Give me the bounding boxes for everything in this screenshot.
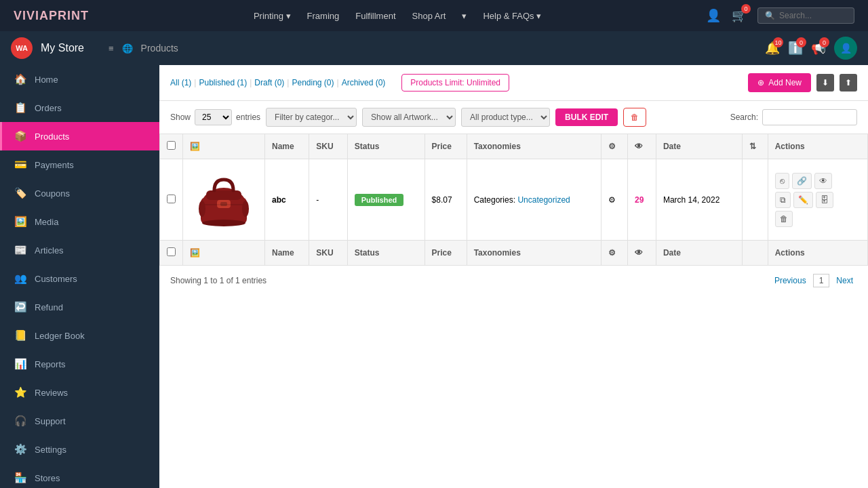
nav-fulfillment[interactable]: Fulfillment [355, 11, 395, 21]
filter-all[interactable]: All (1) [170, 78, 191, 87]
select-all-checkbox[interactable] [167, 141, 176, 150]
bulk-edit-button[interactable]: BULK EDIT [555, 108, 618, 126]
sidebar-label-settings: Settings [35, 445, 66, 455]
pagination-current-page[interactable]: 1 [813, 274, 830, 287]
notifications-bell[interactable]: 🔔 10 [765, 41, 780, 56]
announcement-button[interactable]: 📢 0 [811, 41, 826, 56]
row-views: 29 [628, 159, 656, 241]
reports-icon: 📊 [14, 358, 26, 370]
sidebar-item-media[interactable]: 🖼️ Media [0, 207, 159, 236]
sidebar-item-reviews[interactable]: ⭐ Reviews [0, 378, 159, 407]
top-nav-search: 🔍 [757, 7, 854, 24]
products-limit-button[interactable]: Products Limit: Unlimited [401, 74, 509, 92]
add-new-button[interactable]: ⊕ Add New [748, 73, 811, 92]
row-actions: ⎋ 🔗 👁 ⧉ ✏️ 🗄 🗑 [775, 173, 843, 227]
pagination: Previous 1 Next [770, 274, 857, 287]
pagination-next[interactable]: Next [832, 274, 857, 287]
entries-select[interactable]: 25 50 100 [195, 109, 232, 125]
filter-pending[interactable]: Pending (0) [292, 78, 334, 87]
sidebar-item-stores[interactable]: 🏪 Stores [0, 464, 159, 488]
announcement-badge: 0 [819, 37, 829, 47]
footer-taxonomies: Taxonomies [467, 241, 601, 266]
nav-help-faqs[interactable]: Help & FAQs ▾ [483, 11, 541, 21]
sidebar-item-orders[interactable]: 📋 Orders [0, 94, 159, 122]
cart-icon[interactable]: 🛒 0 [732, 8, 747, 23]
nav-printing[interactable]: Printing ▾ [254, 11, 291, 21]
filter-tabs-left: All (1) | Published (1) | Draft (0) | Pe… [170, 74, 509, 92]
category-link[interactable]: Uncategorized [517, 195, 570, 205]
show-label: Show [170, 113, 191, 122]
row-action-edit[interactable]: ✏️ [793, 192, 813, 208]
row-sku: - [309, 159, 347, 241]
row-col7: ⚙ [601, 159, 628, 241]
sidebar-item-coupons[interactable]: 🏷️ Coupons [0, 179, 159, 207]
sidebar-item-home[interactable]: 🏠 Home [0, 65, 159, 94]
header-taxonomies: Taxonomies [467, 134, 601, 159]
top-nav-menu: Printing ▾ Framing Fulfillment Shop Art … [254, 11, 541, 21]
row-checkbox[interactable] [167, 195, 176, 203]
hamburger-icon[interactable]: ≡ [108, 43, 114, 54]
sidebar-item-settings[interactable]: ⚙️ Settings [0, 435, 159, 464]
svg-rect-5 [203, 204, 244, 205]
table-header-row: 🖼️ Name SKU Status Price Taxonomies ⚙ 👁 … [160, 134, 868, 159]
store-bar-left: WA My Store ≡ 🌐 Products [11, 37, 178, 59]
row-action-share[interactable]: ⎋ [775, 173, 789, 189]
table-search-input[interactable] [762, 109, 857, 125]
row-action-copy[interactable]: ⧉ [775, 192, 791, 208]
header-name: Name [265, 134, 309, 159]
sidebar-item-customers[interactable]: 👥 Customers [0, 264, 159, 293]
footer-select-all-checkbox[interactable] [167, 247, 176, 256]
header-image-cell: 🖼️ [183, 134, 265, 159]
filter-product-type-select[interactable]: All product type... [461, 108, 550, 127]
media-icon: 🖼️ [14, 216, 26, 228]
user-profile-icon[interactable]: 👤 [706, 8, 721, 23]
notifications-badge: 10 [773, 37, 783, 47]
products-table: 🖼️ Name SKU Status Price Taxonomies ⚙ 👁 … [159, 134, 868, 266]
download-icon-button[interactable]: ⬇ [816, 74, 834, 92]
header-sort: ⇅ [742, 134, 768, 159]
row-action-delete[interactable]: 🗑 [775, 211, 793, 227]
footer-image-icon: 🖼️ [190, 248, 200, 258]
globe-icon: 🌐 [122, 43, 133, 54]
search-icon: 🔍 [765, 11, 775, 20]
info-button[interactable]: ℹ️ 0 [788, 41, 803, 56]
row-action-link[interactable]: 🔗 [792, 173, 812, 189]
sidebar-item-reports[interactable]: 📊 Reports [0, 350, 159, 378]
user-avatar[interactable]: 👤 [834, 37, 857, 60]
sidebar-label-reports: Reports [35, 359, 66, 369]
sidebar-label-articles: Articles [35, 245, 64, 256]
filter-archived[interactable]: Archived (0) [342, 78, 386, 87]
store-bar-right: 🔔 10 ℹ️ 0 📢 0 👤 [765, 37, 857, 60]
sidebar-item-products[interactable]: 📦 Products [0, 122, 159, 150]
sidebar-item-refund[interactable]: ↩️ Refund [0, 293, 159, 321]
payments-icon: 💳 [14, 159, 26, 171]
nav-shop-art-dropdown[interactable]: ▾ [462, 11, 467, 21]
search-label: Search: [730, 113, 758, 122]
filter-published[interactable]: Published (1) [199, 78, 247, 87]
export-icon-button[interactable]: ⬆ [840, 74, 857, 92]
sidebar-item-articles[interactable]: 📰 Articles [0, 236, 159, 264]
show-entries: Show 25 50 100 entries [170, 109, 260, 125]
sidebar-item-support[interactable]: 🎧 Support [0, 407, 159, 435]
nav-framing[interactable]: Framing [307, 11, 340, 21]
row-action-view[interactable]: 👁 [814, 173, 832, 189]
sidebar-item-payments[interactable]: 💳 Payments [0, 150, 159, 179]
header-actions: Actions [768, 134, 867, 159]
pagination-previous[interactable]: Previous [770, 274, 810, 287]
sidebar: 🏠 Home 📋 Orders 📦 Products 💳 Payments 🏷️… [0, 65, 159, 488]
logo-text: VIVIAPRINT [14, 9, 89, 22]
filter-draft[interactable]: Draft (0) [254, 78, 284, 87]
filter-category-select[interactable]: Filter by categor... [266, 108, 357, 127]
bulk-delete-button[interactable]: 🗑 [623, 108, 646, 127]
settings-col-icon: ⚙ [608, 142, 616, 151]
nav-shop-art[interactable]: Shop Art [412, 11, 446, 21]
search-input[interactable] [779, 11, 847, 20]
footer-name: Name [265, 241, 309, 266]
filter-artwork-select[interactable]: Show all Artwork... [362, 108, 456, 127]
entries-label: entries [236, 113, 260, 122]
filter-tabs-row: All (1) | Published (1) | Draft (0) | Pe… [159, 65, 868, 101]
sidebar-item-ledger[interactable]: 📒 Ledger Book [0, 321, 159, 350]
row-action-archive[interactable]: 🗄 [816, 192, 833, 208]
products-icon: 📦 [14, 130, 26, 142]
header-status: Status [347, 134, 425, 159]
